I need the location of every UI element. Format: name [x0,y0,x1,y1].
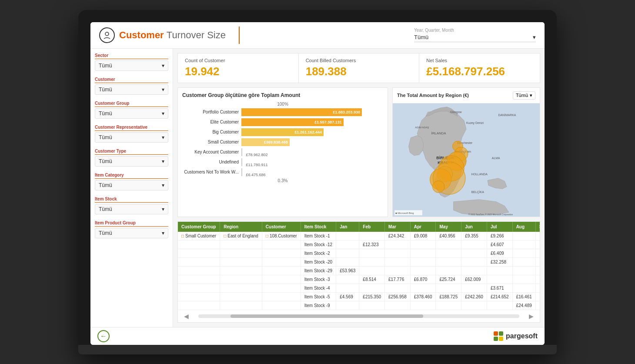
cell-4-5 [359,266,385,275]
cell-1-5: £12.323 [359,240,385,249]
back-button[interactable]: ← [97,330,110,342]
cell-0-11 [512,232,535,240]
filter-select-7[interactable]: Tümü ▾ [95,228,168,238]
cell-1-11 [512,240,535,249]
cell-7-9: £242.260 [461,292,487,301]
cell-1-6 [385,240,411,249]
expand-icon-group[interactable]: □ [181,234,184,238]
table-scroll-container[interactable]: Customer GroupRegionCustomerItem StockJa… [178,222,540,310]
filter-label-3: Customer Representative [95,125,168,131]
cell-3-12 [535,257,540,266]
cell-5-0 [178,275,220,284]
data-table: Customer GroupRegionCustomerItem StockJa… [178,222,540,310]
cell-6-12 [535,284,540,292]
svg-text:Glasgow: Glasgow [450,110,462,114]
col-header-1: Region [220,222,262,232]
bar-row-0: Portfolio Customer £1.883.203.930 [182,108,383,116]
back-icon: ← [100,332,107,340]
kpi-label-1: Count Billed Customers [306,58,412,63]
cell-3-6 [385,257,411,266]
cell-0-10: £9.266 [487,232,512,240]
cell-6-3: Item Stock -4 [301,284,336,292]
kpi-label-0: Count of Customer [185,58,291,63]
cell-3-4 [336,257,359,266]
filter-select-4[interactable]: Tümü ▾ [95,156,168,167]
cell-3-8 [436,257,461,266]
filter-label-6: Item Stock [95,197,168,203]
table-row-3: Item Stock -20£32.258 [178,257,540,266]
cell-0-7: £9.008 [410,232,436,240]
cell-2-1 [220,249,262,257]
svg-text:DANİMARKA: DANİMARKA [498,113,516,117]
year-filter-dropdown[interactable]: Tümü ▾ [414,33,536,42]
filter-chevron-0: ▾ [162,63,164,69]
cell-7-11: £16.461 [512,292,535,301]
table-row-5: Item Stock -3£8.514£17.776£6.870£25.724£… [178,275,540,284]
cell-5-12 [535,275,540,284]
expand-icon-region[interactable]: □ [224,234,226,238]
cell-1-12 [535,240,540,249]
filter-chevron-6: ▾ [162,206,164,212]
cell-8-0 [178,301,220,310]
bar-value-outside-6: £6.475.686 [246,173,265,177]
bar-row-label-5: Undefined [182,160,239,164]
filter-chevron-2: ▾ [162,110,164,117]
bar-row-4: Key Account Customer £78.962.802 [182,148,383,156]
bar-container-4: £78.962.802 [241,148,383,156]
cell-1-7 [410,240,436,249]
bar-fill-0: £1.883.203.930 [241,108,362,116]
filter-select-2[interactable]: Tümü ▾ [95,108,168,119]
filter-select-5[interactable]: Tümü ▾ [95,180,168,190]
filter-select-3[interactable]: Tümü ▾ [95,132,168,143]
table-scroll-left[interactable]: ◀ [182,312,190,321]
cell-4-7 [410,266,436,275]
bar-value-0: £1.883.203.930 [333,110,361,114]
cell-2-9 [461,249,487,257]
cell-6-5 [359,284,385,292]
filter-group-4: Customer Type Tümü ▾ [95,149,168,167]
bar-row-6: Customers Not To Work W... £6.475.686 [182,168,383,176]
cell-6-4 [336,284,359,292]
chart-03-label: 0.3% [182,178,383,183]
cell-6-0 [178,284,220,292]
cell-6-2 [262,284,301,292]
cell-2-10: £6.409 [487,249,512,257]
cell-0-4 [336,232,359,240]
filter-value-1: Tümü [99,87,112,93]
map-filter-dropdown[interactable]: Tümü ▾ [513,91,535,100]
cell-0-1: □East of England [220,232,262,240]
cell-2-5 [359,249,385,257]
cell-4-12 [535,266,540,275]
year-filter-area: Year, Quarter, Month Tümü ▾ [414,28,536,42]
cell-0-2: □108.Customer [262,232,301,240]
title-customer: Customer [119,30,164,40]
year-filter-label: Year, Quarter, Month [414,28,454,33]
chart-100-label: 100% [182,102,383,107]
expand-icon-customer[interactable]: □ [266,234,268,238]
cell-5-11 [512,275,535,284]
cell-8-5 [359,301,385,310]
table-row-4: Item Stock -29£53.963 [178,266,540,275]
pargesoft-logo: pargesoft [494,331,538,341]
map-header: The Total Amount by Region (€) Tümü ▾ [393,88,540,104]
cell-7-10: £214.652 [487,292,512,301]
bar-row-label-3: Small Customer [182,140,239,144]
svg-text:BELÇİKA: BELÇİKA [471,190,484,194]
table-scroll-right[interactable]: ▶ [527,312,535,321]
cell-2-8 [436,249,461,257]
cell-2-3: Item Stock -2 [301,249,336,257]
cell-2-12 [535,249,540,257]
cell-5-6: £17.776 [385,275,411,284]
filter-select-1[interactable]: Tümü ▾ [95,84,168,95]
filter-select-0[interactable]: Tümü ▾ [95,60,168,71]
bar-fill-2: £1.261.162.444 [241,128,324,136]
filter-select-6[interactable]: Tümü ▾ [95,204,168,214]
cell-1-9 [461,240,487,249]
sidebar: Sector Tümü ▾ Customer Tümü ▾ Customer G… [90,49,173,327]
col-header-11: Aug [512,222,535,232]
bar-value-2: £1.261.162.444 [295,130,322,134]
cell-7-8: £188.725 [436,292,461,301]
col-header-4: Jan [336,222,359,232]
bar-row-3: Small Customer £369.838.468 [182,138,383,146]
filter-value-6: Tümü [99,206,112,212]
